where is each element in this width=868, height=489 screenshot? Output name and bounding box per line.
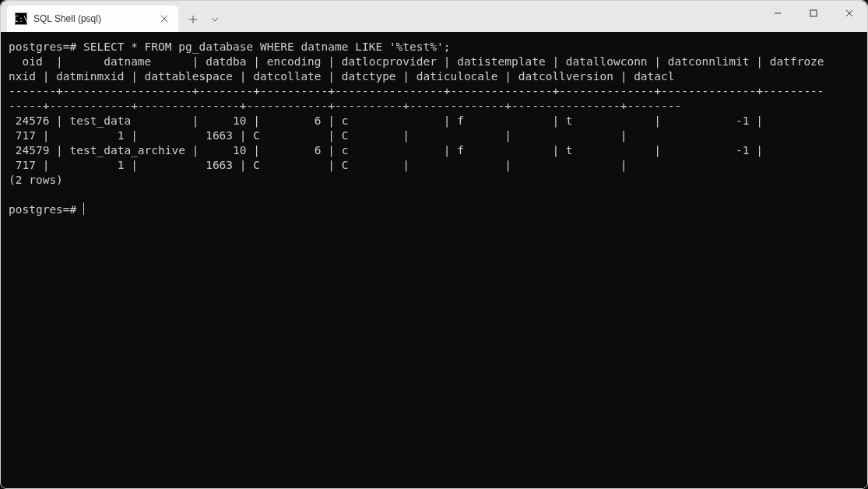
tab-active[interactable]: C:\ SQL Shell (psql) — [7, 5, 178, 32]
close-tab-button[interactable] — [158, 12, 170, 25]
maximize-button[interactable] — [796, 1, 831, 26]
window-titlebar: C:\ SQL Shell (psql) — [1, 1, 867, 32]
new-tab-button[interactable] — [181, 8, 205, 31]
svg-rect-0 — [810, 10, 817, 16]
result-separator-1: -------+-------------------+--------+---… — [9, 85, 824, 97]
tab-title: SQL Shell (psql) — [33, 13, 158, 24]
result-row-1a: 24576 | test_data | 10 | 6 | c | f | t |… — [9, 114, 824, 127]
cursor-icon — [83, 202, 84, 215]
minimize-button[interactable] — [760, 1, 796, 26]
terminal-output[interactable]: postgres=# SELECT * FROM pg_database WHE… — [1, 32, 867, 488]
result-separator-2: -----+------------+---------------+-----… — [9, 100, 681, 112]
window-controls — [760, 1, 867, 26]
tab-dropdown-button[interactable] — [205, 8, 225, 31]
close-window-button[interactable] — [831, 1, 867, 26]
result-row-1b: 717 | 1 | 1663 | C | C | | | — [9, 129, 627, 142]
result-row-2a: 24579 | test_data_archive | 10 | 6 | c |… — [9, 144, 824, 157]
result-count: (2 rows) — [9, 174, 63, 186]
tab-strip: C:\ SQL Shell (psql) — [1, 1, 225, 32]
sql-command: SELECT * FROM pg_database WHERE datname … — [83, 40, 450, 53]
result-row-2b: 717 | 1 | 1663 | C | C | | | — [9, 159, 627, 171]
prompt-ready: postgres=# — [9, 203, 83, 216]
prompt: postgres=# — [9, 40, 76, 53]
result-header-2: nxid | datminmxid | dattablespace | datc… — [9, 70, 675, 83]
result-header-1: oid | datname | datdba | encoding | datl… — [9, 55, 824, 68]
terminal-tab-icon: C:\ — [15, 12, 27, 25]
